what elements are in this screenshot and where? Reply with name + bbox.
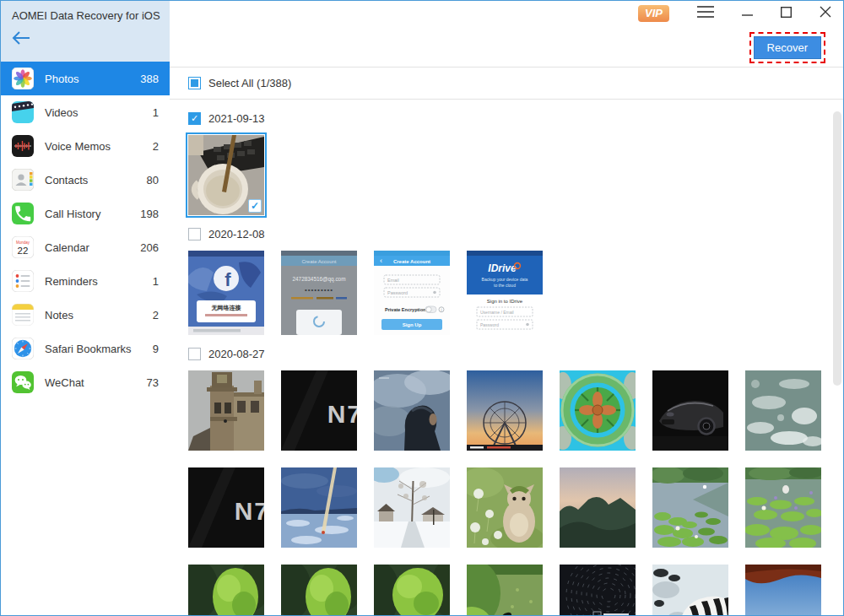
n7-wallpaper-photo[interactable]: N7: [281, 370, 357, 451]
sidebar-item-call-history[interactable]: Call History198: [1, 197, 170, 230]
hamburger-icon: [697, 6, 714, 21]
facebook-login-screenshot[interactable]: f无网络连接: [188, 251, 264, 335]
minimize-button[interactable]: [742, 6, 753, 21]
app-window: AOMEI Data Recovery for iOS Photos388Vid…: [0, 0, 844, 616]
svg-text:N7: N7: [235, 497, 264, 525]
sidebar-item-label: Reminders: [45, 275, 153, 288]
safari-icon: [12, 338, 34, 359]
close-icon: [820, 6, 831, 21]
lily-pond-photo-2[interactable]: [745, 467, 821, 548]
grass-creature-photo[interactable]: [467, 467, 543, 548]
sea-foam-photo[interactable]: [745, 370, 821, 451]
maximize-icon: [781, 6, 792, 21]
svg-text:22: 22: [18, 246, 29, 256]
create-account-form-screenshot[interactable]: Create Account‹EmailPasswordPrivate Encr…: [374, 251, 450, 335]
photo-grid-2021-09-13: ✓: [188, 135, 830, 215]
svg-text:无网络连接: 无网络连接: [211, 305, 241, 311]
sidebar-item-videos[interactable]: Videos1: [1, 95, 170, 129]
sidebar-item-count: 73: [147, 376, 159, 389]
maximize-button[interactable]: [781, 6, 792, 21]
sidebar-item-reminders[interactable]: Reminders1: [1, 264, 170, 298]
svg-text:Create Account: Create Account: [393, 259, 430, 264]
recover-highlight-annotation: Recover: [749, 32, 825, 63]
minimize-icon: [742, 6, 753, 21]
toolbar: Recover: [170, 26, 843, 68]
vip-badge[interactable]: VIP: [638, 5, 669, 22]
date-label: 2020-08-27: [208, 348, 265, 360]
svg-text:IDrive: IDrive: [488, 262, 517, 274]
recover-button[interactable]: Recover: [754, 36, 821, 59]
svg-text:Monday: Monday: [16, 240, 30, 245]
sidebar-item-calendar[interactable]: Monday22Calendar206: [1, 230, 170, 264]
select-all-checkbox[interactable]: [188, 77, 201, 89]
svg-text:f: f: [225, 269, 231, 290]
dusk-mountains-photo[interactable]: [560, 467, 636, 548]
coffee-cup-photo[interactable]: ✓: [188, 135, 264, 215]
n7-wallpaper-photo-2[interactable]: N7: [188, 467, 264, 548]
sidebar-item-label: Voice Memos: [45, 140, 153, 153]
sidebar-item-count: 1: [153, 106, 159, 119]
back-arrow-icon: [12, 33, 30, 47]
swan-on-log-photo[interactable]: [467, 565, 543, 615]
contacts-icon: [12, 169, 34, 191]
person-looking-up-photo[interactable]: [374, 370, 450, 451]
snowy-village-photo[interactable]: [374, 467, 450, 548]
app-title: AOMEI Data Recovery for iOS: [12, 9, 170, 22]
date-section-header: 2020-08-27: [188, 348, 843, 360]
date-label: 2021-09-13: [208, 112, 265, 125]
scrollbar-thumb[interactable]: [833, 111, 841, 386]
canyon-lake-photo[interactable]: [745, 565, 821, 615]
black-sports-car-photo[interactable]: [652, 370, 728, 451]
swan-under-tree-photo[interactable]: [188, 565, 264, 615]
date-section-header: 2020-12-08: [188, 228, 843, 240]
call-history-icon: [12, 203, 34, 224]
sidebar-item-label: Photos: [45, 73, 140, 85]
back-button[interactable]: [12, 31, 32, 48]
sidebar-item-photos[interactable]: Photos388: [1, 62, 170, 95]
swan-under-tree-photo-2[interactable]: [281, 565, 357, 615]
sidebar-item-contacts[interactable]: Contacts80: [1, 163, 170, 197]
create-account-loading-screenshot[interactable]: Create Account2472834516@qq.com•••••••••: [281, 251, 357, 335]
sidebar-header: AOMEI Data Recovery for iOS: [1, 1, 170, 62]
sidebar-item-label: Safari Bookmarks: [45, 343, 153, 355]
sidebar-item-label: Call History: [45, 208, 140, 220]
select-all-bar: Select All (1/388): [170, 68, 843, 100]
date-checkbox-2020-12-08[interactable]: [188, 228, 201, 240]
white-tiger-photo[interactable]: [652, 565, 728, 615]
svg-text:•••••••••: •••••••••: [305, 286, 333, 294]
green-ornament-photo[interactable]: [560, 370, 636, 451]
close-button[interactable]: [820, 6, 831, 21]
sidebar-item-voice-memos[interactable]: Voice Memos2: [1, 129, 170, 163]
reminders-icon: [12, 270, 34, 292]
sidebar-item-count: 2: [153, 140, 159, 153]
photo-browser: 2021-09-13✓2020-12-08f无网络连接Create Accoun…: [170, 100, 843, 615]
svg-text:Sign in to IDrive: Sign in to IDrive: [487, 299, 523, 304]
idrive-signin-screenshot[interactable]: IDriveBackup your device datato the clou…: [467, 251, 543, 335]
svg-text:‹: ‹: [380, 257, 382, 265]
svg-text:Create Account: Create Account: [301, 259, 336, 264]
sidebar-item-count: 198: [140, 208, 159, 220]
ferris-wheel-sunset-photo[interactable]: [467, 370, 543, 451]
svg-text:Sign Up: Sign Up: [403, 322, 422, 327]
select-all-label: Select All (1/388): [208, 77, 291, 89]
videos-icon: [12, 101, 34, 123]
notes-icon: [12, 304, 34, 326]
sidebar-item-label: Videos: [45, 106, 153, 119]
date-checkbox-2021-09-13[interactable]: [188, 112, 201, 125]
sidebar-item-wechat[interactable]: WeChat73: [1, 365, 170, 399]
lily-pond-photo[interactable]: [652, 467, 728, 548]
svg-text:N7: N7: [327, 400, 357, 428]
sidebar-item-count: 206: [140, 241, 159, 254]
swan-under-tree-photo-3[interactable]: [374, 565, 450, 615]
sidebar-item-label: Contacts: [45, 174, 147, 186]
svg-text:to the cloud: to the cloud: [494, 283, 516, 288]
menu-button[interactable]: [697, 6, 714, 21]
scrollbar: [833, 100, 841, 613]
sidebar-item-safari-bookmarks[interactable]: Safari Bookmarks9: [1, 332, 170, 365]
sidebar-item-notes[interactable]: Notes2: [1, 298, 170, 332]
calendar-icon: Monday22: [12, 236, 34, 258]
date-checkbox-2020-08-27[interactable]: [188, 348, 201, 360]
clock-tower-photo[interactable]: [188, 370, 264, 451]
star-trails-photo[interactable]: [560, 565, 636, 615]
frozen-lake-photo[interactable]: [281, 467, 357, 548]
